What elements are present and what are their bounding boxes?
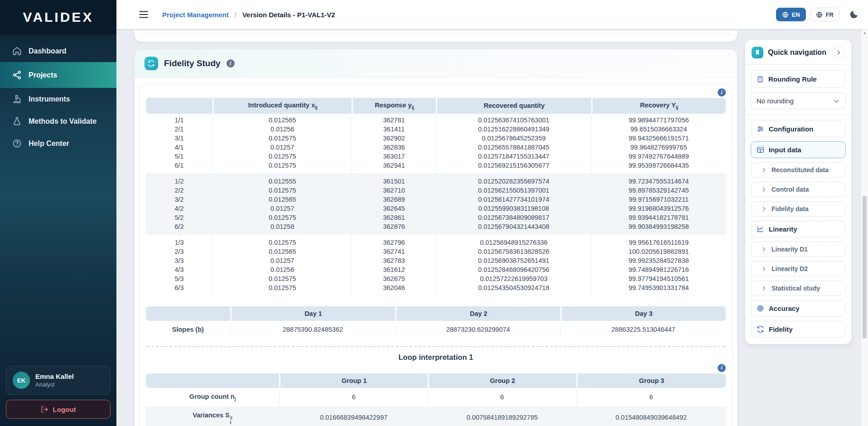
chevron-right-icon bbox=[761, 167, 767, 173]
language-button-fr[interactable]: FR bbox=[810, 8, 839, 21]
quicknav-item-label: Statistical study bbox=[772, 285, 820, 292]
bookmark-icon bbox=[752, 47, 763, 58]
microscope-icon bbox=[12, 94, 22, 104]
cell: 362861 bbox=[352, 213, 436, 222]
table-info-icon[interactable]: i bbox=[718, 88, 726, 97]
cell: 99.91968043912576 bbox=[591, 204, 726, 213]
divider bbox=[135, 34, 737, 34]
sidebar-item-projects[interactable]: Projects bbox=[0, 62, 116, 88]
sidebar-item-dashboard[interactable]: Dashboard bbox=[0, 40, 116, 62]
quicknav-item-label: Configuration bbox=[769, 125, 813, 133]
scrollbar-thumb[interactable] bbox=[863, 196, 867, 339]
chevron-right-icon bbox=[761, 186, 767, 193]
table-row: 4/30.012563616120.01252846809642075699.7… bbox=[146, 265, 726, 274]
cell: 0.012575 bbox=[212, 274, 352, 283]
table-group-1: 1/10.0125653627810.01256367410576300199.… bbox=[146, 114, 726, 173]
table-row: 5/30.0125753628750.0125722261995970399.9… bbox=[146, 274, 726, 283]
fidelity-table-card: i Introduced quantity xijResponse yijRec… bbox=[139, 84, 733, 426]
moon-icon bbox=[849, 10, 859, 20]
content-area: Fidelity Study i i Int bbox=[116, 29, 868, 426]
table-row: 2/10.012563614110.01251622886049134999.6… bbox=[146, 125, 726, 134]
sidebar-nav: DashboardProjectsInstrumentsMethods to V… bbox=[0, 34, 116, 366]
dark-mode-toggle[interactable] bbox=[849, 10, 859, 20]
cell: 0.0125678645252359 bbox=[436, 134, 591, 143]
rounding-rule-select[interactable]: No rounding bbox=[751, 92, 846, 109]
row-label: Variances S2j bbox=[146, 407, 279, 426]
language-button-en[interactable]: EN bbox=[776, 8, 806, 21]
menu-toggle-button[interactable] bbox=[138, 9, 149, 20]
quicknav-item-linearity[interactable]: Linearity bbox=[751, 221, 846, 237]
cell: 361501 bbox=[352, 173, 436, 186]
logout-button[interactable]: Logout bbox=[6, 400, 111, 419]
quicknav-item-label: Input data bbox=[769, 146, 801, 154]
quick-navigation-items: ConfigurationInput dataReconstituted dat… bbox=[751, 121, 846, 338]
cell: 0.01257 bbox=[212, 143, 352, 152]
table-row: 1/30.0125753627960.0125694891527633699.9… bbox=[146, 234, 726, 247]
cell: 0.012562155051397001 bbox=[436, 186, 591, 195]
cell: 362902 bbox=[352, 134, 436, 143]
logo-area: VALIDEX bbox=[0, 0, 116, 34]
quick-navigation-title: Quick navigation bbox=[768, 48, 828, 57]
cell: 0.012575 bbox=[212, 134, 352, 143]
quicknav-item-statistical-study[interactable]: Statistical study bbox=[751, 281, 846, 296]
user-meta: Emna Kallel Analyst bbox=[35, 373, 74, 388]
quicknav-item-label: Linearity D1 bbox=[772, 246, 808, 253]
fidelity-study-card: Fidelity Study i i Int bbox=[135, 49, 737, 426]
language-label: FR bbox=[826, 11, 834, 18]
row-label: 3/3 bbox=[146, 256, 212, 265]
quicknav-item-fidelity-data[interactable]: Fidelity data bbox=[751, 201, 846, 217]
sidebar-item-label: Projects bbox=[29, 71, 57, 79]
table-row: Variances S2j0.016668394984229970.007584… bbox=[146, 407, 726, 426]
previous-section-card-bottom bbox=[135, 30, 737, 42]
cell: 100.0205619882891 bbox=[591, 247, 726, 256]
quicknav-item-label: Reconstituted data bbox=[772, 166, 829, 174]
header-row: Group 1Group 2Group 3 bbox=[146, 373, 726, 388]
loop-info-icon[interactable]: i bbox=[718, 364, 726, 372]
quicknav-item-control-data[interactable]: Control data bbox=[751, 182, 846, 197]
table-row: 3/30.012573627830.01256903875265149199.9… bbox=[146, 256, 726, 265]
scrollbar-up-arrow[interactable]: ▲ bbox=[861, 29, 868, 36]
cell: 99.95399726684435 bbox=[591, 161, 726, 173]
rounding-rule-label: Rounding Rule bbox=[768, 75, 817, 83]
quick-navigation-panel: Quick navigation Rounding Rule No roundi… bbox=[745, 40, 851, 344]
quicknav-item-fidelity[interactable]: Fidelity bbox=[751, 321, 846, 338]
quicknav-item-input-data[interactable]: Input data bbox=[751, 141, 846, 158]
sliders-icon bbox=[757, 125, 764, 133]
quicknav-item-linearity-d2[interactable]: Linearity D2 bbox=[751, 261, 846, 276]
panel-collapse-button[interactable] bbox=[832, 46, 845, 59]
column-header: Recovery Yij bbox=[591, 98, 726, 114]
cell: 99.74953901331784 bbox=[591, 283, 726, 295]
cell: 0.012575 bbox=[212, 186, 352, 195]
quicknav-item-accuracy[interactable]: Accuracy bbox=[751, 300, 846, 317]
loop-interpretation-title: Loop interpretation 1 bbox=[146, 353, 726, 362]
table-group-2: 1/20.0125553615010.01252028235569757499.… bbox=[146, 173, 726, 234]
cell: 99.97492767644889 bbox=[591, 152, 726, 161]
dashed-divider bbox=[147, 346, 725, 347]
cell: 0.01666839498422997 bbox=[279, 407, 428, 426]
user-card[interactable]: EK Emna Kallel Analyst bbox=[6, 366, 111, 395]
sidebar-item-help-center[interactable]: Help Center bbox=[0, 132, 116, 155]
scrollbar[interactable]: ▲ bbox=[861, 29, 868, 426]
main-scroll-area: Fidelity Study i i Int bbox=[135, 29, 737, 426]
quicknav-item-linearity-d1[interactable]: Linearity D1 bbox=[751, 242, 846, 257]
cell: 0.012567384809089817 bbox=[436, 213, 591, 222]
quicknav-item-configuration[interactable]: Configuration bbox=[751, 121, 846, 137]
section-info-icon[interactable]: i bbox=[227, 59, 235, 68]
table-row: 3/10.0125753629020.012567864525235999.94… bbox=[146, 134, 726, 143]
topbar-actions: ENFR bbox=[776, 8, 859, 21]
table-row: 5/10.0125753630170.01257184715531344799.… bbox=[146, 152, 726, 161]
column-header: Group 1 bbox=[279, 373, 428, 388]
cell: 0.01257222619959703 bbox=[436, 274, 591, 283]
sidebar-item-methods-to-validate[interactable]: Methods to Validate bbox=[0, 110, 116, 132]
sidebar-item-instruments[interactable]: Instruments bbox=[0, 88, 116, 110]
cell: 0.007584189189292785 bbox=[428, 407, 576, 426]
cell: 0.015480849039648492 bbox=[576, 407, 726, 426]
cell: 99.9648276999765 bbox=[591, 143, 726, 152]
row-label: 6/1 bbox=[146, 161, 212, 173]
quicknav-item-reconstituted-data[interactable]: Reconstituted data bbox=[751, 162, 846, 178]
cell: 361411 bbox=[352, 125, 436, 134]
breadcrumb-link-project-management[interactable]: Project Management bbox=[162, 11, 229, 19]
sidebar: VALIDEX DashboardProjectsInstrumentsMeth… bbox=[0, 0, 116, 426]
user-role: Analyst bbox=[35, 381, 74, 388]
row-label: 4/1 bbox=[146, 143, 212, 152]
